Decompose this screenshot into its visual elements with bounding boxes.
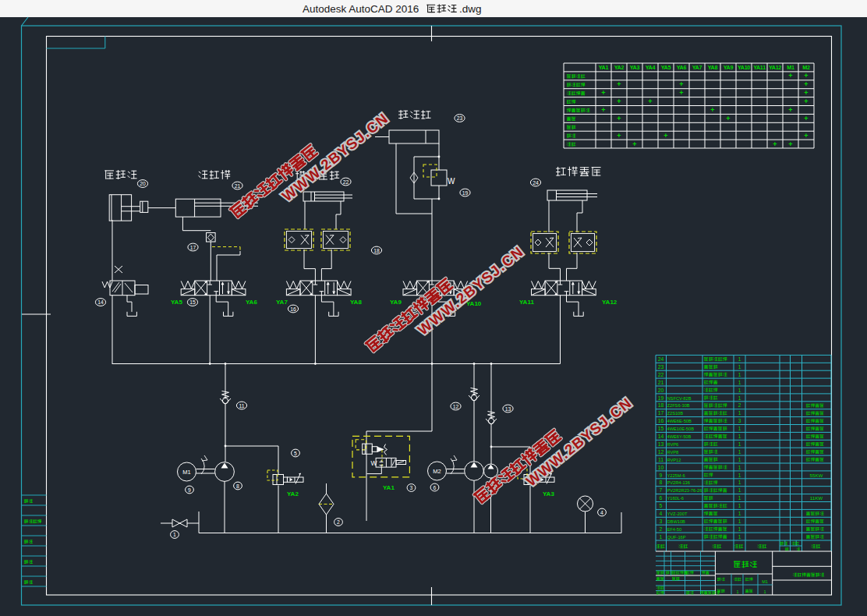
svg-text:M2: M2 — [802, 64, 810, 71]
svg-text:1: 1 — [738, 503, 741, 508]
svg-text:DBW10B: DBW10B — [667, 519, 686, 524]
svg-text:1: 1 — [738, 449, 741, 455]
svg-text:23: 23 — [457, 115, 463, 121]
svg-text:+: + — [632, 140, 636, 148]
svg-text:Z2FS6-30B: Z2FS6-30B — [667, 403, 690, 408]
svg-text:1: 1 — [738, 534, 741, 540]
svg-text:+: + — [648, 97, 652, 105]
svg-text:M1: M1 — [762, 579, 768, 584]
svg-text:5: 5 — [660, 503, 663, 508]
svg-text:YA6: YA6 — [246, 299, 257, 306]
svg-text:YA7: YA7 — [692, 64, 702, 71]
svg-text:17: 17 — [658, 410, 664, 416]
svg-text:NSFCV-82B: NSFCV-82B — [667, 396, 692, 401]
svg-text:1: 1 — [738, 465, 741, 470]
svg-text:1: 1 — [738, 526, 741, 532]
svg-text:6: 6 — [434, 485, 437, 490]
svg-text:+: + — [617, 80, 621, 88]
svg-text:6: 6 — [660, 495, 663, 501]
svg-text:24: 24 — [533, 180, 539, 186]
svg-text:12: 12 — [658, 449, 664, 455]
svg-text:8: 8 — [236, 483, 239, 489]
svg-text:20: 20 — [140, 181, 146, 186]
svg-text:YA8: YA8 — [708, 64, 718, 71]
svg-text:14: 14 — [658, 434, 664, 439]
svg-text:1: 1 — [738, 356, 741, 362]
svg-text:19: 19 — [658, 395, 664, 401]
svg-text:1: 1 — [738, 434, 741, 439]
svg-text:19: 19 — [462, 190, 469, 196]
svg-text:2: 2 — [660, 526, 663, 532]
svg-text:RVP8: RVP8 — [667, 450, 679, 455]
svg-text:4WE10E-50B: 4WE10E-50B — [667, 427, 695, 431]
svg-text:YA3: YA3 — [543, 490, 554, 497]
svg-text:+: + — [804, 89, 808, 97]
svg-text:YA8: YA8 — [350, 299, 362, 306]
svg-text:RVP12: RVP12 — [667, 458, 681, 462]
svg-text:QUF-16P: QUF-16P — [667, 535, 686, 540]
svg-text:18: 18 — [658, 402, 664, 408]
svg-text:+: + — [664, 132, 667, 140]
svg-text:1: 1 — [738, 519, 741, 524]
svg-text:Y225M-6: Y225M-6 — [667, 473, 685, 478]
svg-text:4WE6E-50B: 4WE6E-50B — [667, 419, 692, 423]
svg-text:17: 17 — [190, 245, 196, 250]
svg-text:EF4-50: EF4-50 — [667, 527, 682, 532]
svg-text:+: + — [617, 132, 621, 140]
svg-text:YVZ-200T: YVZ-200T — [667, 512, 688, 516]
svg-text:+: + — [804, 97, 808, 105]
svg-text:9: 9 — [660, 473, 663, 478]
svg-text:+: + — [788, 72, 792, 80]
svg-text:22: 22 — [343, 179, 349, 185]
svg-text:1: 1 — [763, 589, 766, 594]
svg-text:15: 15 — [189, 299, 196, 305]
svg-text:RVP6: RVP6 — [667, 442, 679, 447]
svg-text:11KW: 11KW — [810, 495, 823, 501]
svg-text:+: + — [679, 80, 683, 88]
svg-text:23: 23 — [658, 364, 664, 370]
svg-text:YA3: YA3 — [630, 64, 640, 71]
svg-text:+: + — [679, 89, 683, 97]
svg-text:Z2S10B: Z2S10B — [667, 411, 684, 416]
svg-text:YA2: YA2 — [287, 490, 299, 497]
svg-text:1: 1 — [660, 534, 663, 540]
svg-text:3: 3 — [660, 519, 663, 524]
svg-text:Autodesk AutoCAD 2016: Autodesk AutoCAD 2016 — [303, 3, 419, 15]
svg-text:1: 1 — [173, 532, 176, 537]
svg-text:1: 1 — [738, 372, 741, 377]
svg-text:M2: M2 — [433, 468, 441, 475]
svg-text:YA5: YA5 — [661, 64, 671, 71]
svg-text:+: + — [788, 140, 792, 148]
svg-text:4WE6Y-50B: 4WE6Y-50B — [667, 434, 692, 439]
svg-text:+: + — [773, 140, 777, 148]
svg-text:PV2R4-136: PV2R4-136 — [667, 480, 690, 485]
svg-text:+: + — [710, 106, 714, 114]
svg-text:+: + — [804, 72, 808, 80]
svg-text:1: 1 — [738, 457, 741, 462]
svg-text:24: 24 — [658, 356, 664, 362]
svg-text:+: + — [617, 97, 621, 105]
svg-text:11: 11 — [658, 457, 664, 462]
svg-text:1: 1 — [738, 487, 741, 493]
svg-text:1: 1 — [738, 380, 741, 385]
svg-text:1: 1 — [738, 388, 741, 393]
svg-text:18: 18 — [373, 248, 380, 253]
svg-text:YA12: YA12 — [769, 64, 781, 71]
svg-text:YA9: YA9 — [390, 299, 402, 306]
svg-text:1: 1 — [738, 495, 741, 501]
svg-text:Y160L-6: Y160L-6 — [667, 496, 685, 501]
svg-text:2: 2 — [738, 402, 741, 408]
svg-text:+: + — [617, 115, 621, 122]
svg-text:YA12: YA12 — [602, 299, 618, 306]
svg-text:YA11: YA11 — [753, 64, 766, 71]
svg-text:YA9: YA9 — [724, 64, 734, 71]
svg-text:+: + — [804, 132, 808, 140]
svg-text:3: 3 — [738, 418, 741, 423]
svg-text:YA6: YA6 — [677, 64, 687, 71]
svg-text:21: 21 — [235, 183, 241, 189]
svg-text:1: 1 — [738, 441, 741, 447]
svg-text:.dwg: .dwg — [459, 3, 482, 15]
svg-text:7: 7 — [660, 487, 663, 493]
svg-text:15: 15 — [658, 426, 664, 431]
svg-text:1: 1 — [738, 480, 741, 485]
